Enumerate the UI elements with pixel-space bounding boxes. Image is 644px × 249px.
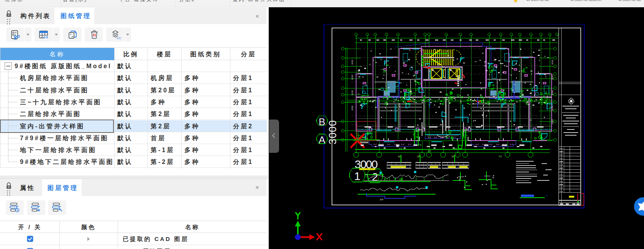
svg-text:W: W bbox=[452, 155, 454, 158]
svg-text:3000: 3000 bbox=[551, 59, 554, 65]
svg-text:F5: F5 bbox=[399, 147, 402, 150]
svg-text:W: W bbox=[398, 155, 401, 158]
svg-text:F5: F5 bbox=[428, 150, 431, 152]
svg-text:3000: 3000 bbox=[551, 119, 554, 124]
svg-text:3000: 3000 bbox=[351, 90, 353, 95]
svg-text:PP: PP bbox=[380, 198, 384, 201]
svg-text:B: B bbox=[319, 116, 325, 128]
svg-text:1: 1 bbox=[354, 170, 361, 182]
svg-text:3000: 3000 bbox=[327, 120, 338, 144]
svg-text:A: A bbox=[319, 134, 325, 146]
svg-text:F5: F5 bbox=[418, 144, 421, 146]
svg-text:3000: 3000 bbox=[551, 75, 554, 80]
svg-text:3000: 3000 bbox=[351, 75, 353, 80]
svg-text:3000: 3000 bbox=[551, 90, 554, 95]
svg-text:3000: 3000 bbox=[351, 59, 353, 65]
svg-text:3000: 3000 bbox=[351, 105, 353, 111]
svg-text:3000: 3000 bbox=[551, 105, 554, 111]
svg-text:W: W bbox=[417, 155, 420, 158]
svg-text:~: ~ bbox=[545, 194, 548, 198]
svg-text:123: 123 bbox=[117, 36, 121, 40]
svg-text:F5: F5 bbox=[499, 155, 502, 158]
svg-text:F5: F5 bbox=[454, 147, 457, 150]
